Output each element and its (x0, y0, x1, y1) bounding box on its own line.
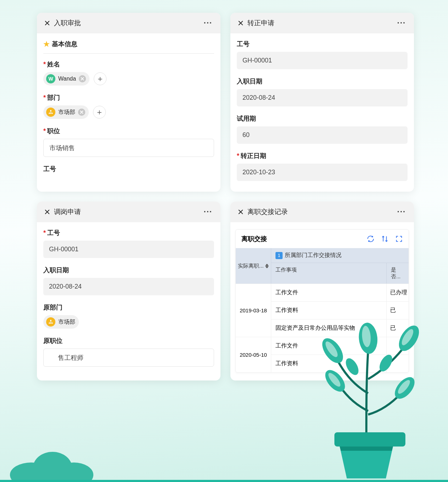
empno-field: 工号 (43, 165, 214, 173)
col-item-header[interactable]: 工作事项 (271, 263, 387, 284)
transfer-card: 调岗申请 ··· *工号 GH-00001 入职日期 2020-08-24 原部… (37, 202, 220, 380)
position-field: *职位 (43, 127, 214, 157)
empno-value: GH-00001 (237, 52, 408, 69)
remove-chip-icon[interactable] (78, 109, 85, 116)
org-icon (46, 317, 55, 327)
card-header: 入职审批 ··· (37, 13, 220, 33)
svg-point-2 (49, 113, 50, 114)
svg-point-4 (51, 113, 53, 114)
hiredate-label: 入职日期 (43, 267, 69, 274)
position-label: 职位 (47, 127, 60, 135)
dept-chip[interactable]: 市场部 (43, 105, 89, 119)
chip-label: Wanda (58, 76, 76, 82)
group-number-badge: 1 (275, 252, 283, 259)
table-title: 离职交接 (241, 235, 267, 243)
svg-point-6 (50, 320, 51, 321)
probation-label: 试用期 (237, 115, 256, 122)
chip-label: 市场部 (58, 318, 75, 326)
origdept-label: 原部门 (43, 304, 62, 311)
hiredate-value: 2020-08-24 (43, 278, 214, 295)
svg-point-3 (50, 113, 51, 114)
name-chip[interactable]: W Wanda (43, 72, 89, 86)
plant-decoration (306, 305, 427, 482)
avatar-icon: W (46, 74, 55, 83)
sort-icon[interactable] (381, 235, 389, 243)
empno-value[interactable]: GH-00001 (43, 241, 214, 258)
dept-label: 部门 (47, 94, 60, 101)
add-name-button[interactable]: ＋ (94, 72, 106, 85)
more-icon[interactable]: ··· (396, 207, 407, 217)
cloud-decoration (6, 432, 99, 482)
card-header: 离职交接记录 ··· (230, 202, 414, 222)
cell-date: 2020-05-10 (236, 337, 271, 372)
sort-desc-icon (265, 266, 269, 268)
svg-point-1 (50, 110, 51, 111)
card-title: 离职交接记录 (247, 207, 393, 217)
svg-point-7 (49, 323, 50, 324)
onboarding-card: 入职审批 ··· ★ 基本信息 *姓名 W Wanda ＋ (37, 13, 220, 192)
regularization-card: 转正申请 ··· 工号 GH-00001 入职日期 2020-08-24 试用期… (230, 13, 414, 192)
section-title: ★ 基本信息 (43, 40, 214, 54)
origdept-chip[interactable]: 市场部 (43, 315, 79, 329)
card-header: 调岗申请 ··· (37, 202, 220, 222)
origpos-label: 原职位 (43, 337, 62, 344)
fullscreen-icon[interactable] (395, 235, 403, 243)
position-input[interactable] (43, 139, 214, 157)
svg-rect-14 (334, 432, 405, 447)
dept-field: *部门 市场部 ＋ (43, 93, 214, 119)
close-icon[interactable] (44, 209, 50, 215)
cell-date: 2019-03-18 (236, 284, 271, 337)
svg-point-9 (51, 323, 53, 324)
cell-item: 工作文件 (271, 284, 387, 301)
cell-status: 已办理 (387, 284, 409, 301)
empno-label: 工号 (43, 165, 56, 172)
card-title: 转正申请 (247, 18, 393, 28)
probation-value: 60 (237, 126, 408, 144)
more-icon[interactable]: ··· (203, 18, 213, 28)
regdate-value[interactable]: 2020-10-23 (237, 164, 408, 181)
remove-chip-icon[interactable] (79, 75, 86, 82)
org-icon (46, 108, 55, 117)
empno-label: 工号 (47, 229, 60, 236)
name-field: *姓名 W Wanda ＋ (43, 60, 214, 86)
card-title: 入职审批 (54, 18, 199, 28)
card-header: 转正申请 ··· (230, 13, 414, 33)
name-label: 姓名 (47, 61, 60, 68)
more-icon[interactable]: ··· (203, 207, 213, 217)
svg-point-8 (50, 323, 51, 324)
empno-label: 工号 (237, 40, 250, 48)
star-icon: ★ (43, 40, 50, 48)
col-status-header[interactable]: 是否... (387, 263, 409, 284)
add-dept-button[interactable]: ＋ (93, 106, 106, 119)
col-date-header[interactable]: 实际离职... (236, 248, 271, 284)
sort-asc-icon (265, 264, 269, 266)
section-label: 基本信息 (52, 40, 77, 48)
chip-label: 市场部 (58, 109, 75, 116)
regdate-label: 转正日期 (241, 152, 266, 159)
more-icon[interactable]: ··· (396, 18, 407, 28)
close-icon[interactable] (237, 20, 244, 26)
col-group-header: 1 所属部门工作交接情况 (271, 248, 409, 263)
close-icon[interactable] (44, 20, 50, 26)
baseline-decoration (0, 480, 448, 482)
card-title: 调岗申请 (54, 207, 199, 217)
origpos-input[interactable] (43, 349, 214, 367)
hiredate-value: 2020-08-24 (237, 89, 408, 106)
hiredate-label: 入职日期 (237, 78, 262, 85)
refresh-icon[interactable] (367, 235, 375, 243)
close-icon[interactable] (237, 209, 244, 215)
